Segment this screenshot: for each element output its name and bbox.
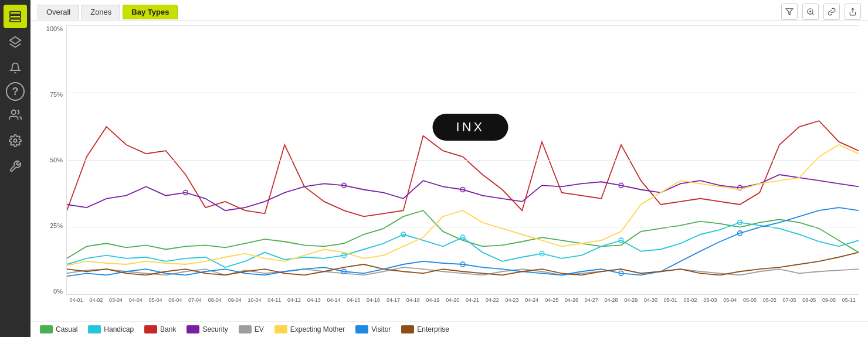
line-expecting-mother bbox=[67, 145, 859, 265]
share-button[interactable] bbox=[845, 4, 861, 20]
legend-swatch-visitor bbox=[355, 325, 368, 333]
tab-zones[interactable]: Zones bbox=[82, 5, 120, 19]
x-label-15: 04-16 bbox=[364, 297, 384, 303]
legend-swatch-expecting-mother bbox=[274, 325, 287, 333]
x-label-39: 05-11 bbox=[839, 297, 859, 303]
sidebar-item-stack[interactable] bbox=[4, 30, 27, 54]
legend-label-security: Security bbox=[202, 325, 228, 333]
x-label-34: 05-05 bbox=[740, 297, 760, 303]
x-label-19: 04-20 bbox=[443, 297, 463, 303]
sidebar-item-help[interactable]: ? bbox=[6, 82, 25, 101]
tabs-right bbox=[781, 4, 861, 20]
grid-line-100 bbox=[67, 25, 859, 26]
y-label-0: 0% bbox=[53, 288, 63, 295]
y-label-100: 100% bbox=[46, 25, 63, 32]
svg-rect-0 bbox=[10, 12, 21, 15]
y-axis: 100% 75% 50% 25% 0% bbox=[40, 25, 66, 295]
legend-label-enterprise: Enterprise bbox=[417, 325, 449, 333]
legend-swatch-casual bbox=[40, 325, 53, 333]
x-label-14: 04-15 bbox=[344, 297, 364, 303]
x-label-22: 04-23 bbox=[502, 297, 522, 303]
legend-label-visitor: Visitor bbox=[371, 325, 391, 333]
y-label-50: 50% bbox=[50, 156, 63, 164]
x-label-3: 04-04 bbox=[126, 297, 145, 303]
legend-swatch-handicap bbox=[88, 325, 101, 333]
zoom-button[interactable] bbox=[802, 4, 819, 20]
legend-item-visitor: Visitor bbox=[355, 325, 391, 333]
sidebar-item-users[interactable] bbox=[4, 103, 27, 127]
link-button[interactable] bbox=[823, 4, 840, 20]
grid-line-75 bbox=[67, 93, 859, 93]
x-label-36: 07-05 bbox=[779, 297, 799, 303]
legend-swatch-ev bbox=[239, 325, 252, 333]
x-label-7: 08-04 bbox=[205, 297, 225, 303]
x-label-28: 04-29 bbox=[621, 297, 641, 303]
y-label-75: 75% bbox=[50, 91, 63, 98]
x-label-32: 05-03 bbox=[700, 297, 720, 303]
legend-label-expecting-mother: Expecting Mother bbox=[290, 325, 345, 333]
sidebar-item-layers[interactable] bbox=[4, 5, 27, 28]
line-security bbox=[67, 175, 859, 210]
tab-overall[interactable]: Overall bbox=[38, 5, 79, 19]
line-bank bbox=[67, 121, 859, 216]
legend-label-casual: Casual bbox=[56, 325, 77, 333]
x-label-31: 05-02 bbox=[680, 297, 700, 303]
sidebar-item-settings[interactable] bbox=[4, 129, 27, 152]
chart-area: 100% 75% 50% 25% 0% bbox=[30, 21, 868, 321]
svg-point-4 bbox=[12, 110, 16, 114]
legend-item-expecting-mother: Expecting Mother bbox=[274, 325, 345, 333]
x-label-16: 04-17 bbox=[384, 297, 404, 303]
x-label-29: 04-30 bbox=[641, 297, 661, 303]
legend-label-bank: Bank bbox=[160, 325, 176, 333]
x-label-17: 04-18 bbox=[403, 297, 423, 303]
chart-container: 100% 75% 50% 25% 0% bbox=[40, 25, 859, 312]
legend-item-casual: Casual bbox=[40, 325, 77, 333]
legend-item-security: Security bbox=[187, 325, 228, 333]
sidebar-item-bell[interactable] bbox=[4, 56, 27, 80]
legend-item-ev: EV bbox=[239, 325, 264, 333]
legend-swatch-enterprise bbox=[401, 325, 414, 333]
x-label-35: 05-05 bbox=[760, 297, 779, 303]
svg-point-5 bbox=[13, 139, 17, 142]
x-label-33: 05-04 bbox=[720, 297, 740, 303]
x-label-1: 04-02 bbox=[86, 297, 106, 303]
x-axis: 04-01 04-02 03-04 04-04 05-04 06-04 07-0… bbox=[66, 295, 859, 312]
legend-label-handicap: Handicap bbox=[104, 325, 134, 333]
x-label-37: 08-05 bbox=[799, 297, 819, 303]
x-label-13: 04-14 bbox=[324, 297, 344, 303]
legend-swatch-security bbox=[187, 325, 199, 333]
y-label-25: 25% bbox=[50, 222, 63, 229]
tab-bay-types[interactable]: Bay Types bbox=[123, 5, 178, 19]
sidebar-item-tools[interactable] bbox=[4, 155, 27, 178]
line-visitor bbox=[67, 207, 859, 276]
x-label-38: 09-05 bbox=[819, 297, 839, 303]
x-label-23: 04-24 bbox=[522, 297, 542, 303]
x-label-24: 04-25 bbox=[542, 297, 562, 303]
x-label-6: 07-04 bbox=[185, 297, 205, 303]
filter-button[interactable] bbox=[781, 4, 798, 20]
line-handicap bbox=[67, 223, 859, 268]
grid-line-50 bbox=[67, 160, 859, 161]
legend-label-ev: EV bbox=[255, 325, 264, 333]
svg-rect-2 bbox=[10, 19, 21, 22]
legend-swatch-bank bbox=[144, 325, 157, 333]
x-label-5: 06-04 bbox=[165, 297, 185, 303]
line-casual bbox=[67, 210, 859, 258]
x-label-18: 04-19 bbox=[423, 297, 443, 303]
x-label-12: 04-13 bbox=[304, 297, 324, 303]
x-label-10: 04-11 bbox=[265, 297, 284, 303]
x-label-8: 09-04 bbox=[225, 297, 245, 303]
main-content: Overall Zones Bay Types 100% 75% bbox=[30, 0, 868, 337]
x-label-26: 04-27 bbox=[581, 297, 601, 303]
x-label-4: 05-04 bbox=[145, 297, 165, 303]
legend-item-handicap: Handicap bbox=[88, 325, 134, 333]
legend: Casual Handicap Bank Security EV Expecti… bbox=[30, 321, 868, 337]
legend-item-enterprise: Enterprise bbox=[401, 325, 449, 333]
svg-line-8 bbox=[812, 13, 814, 15]
legend-item-bank: Bank bbox=[144, 325, 176, 333]
sidebar: ? bbox=[0, 0, 30, 337]
svg-marker-6 bbox=[786, 9, 793, 15]
x-label-9: 10-04 bbox=[245, 297, 265, 303]
x-label-21: 04-22 bbox=[482, 297, 502, 303]
x-label-0: 04-01 bbox=[66, 297, 86, 303]
